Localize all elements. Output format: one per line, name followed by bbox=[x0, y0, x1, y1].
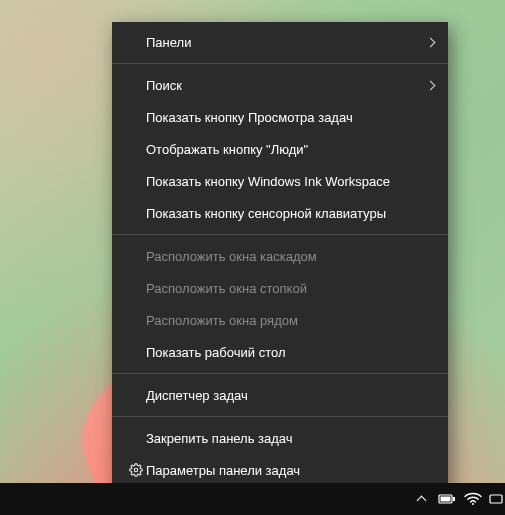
menu-label: Отображать кнопку "Люди" bbox=[146, 142, 418, 157]
menu-label: Расположить окна рядом bbox=[146, 313, 418, 328]
menu-label: Показать рабочий стол bbox=[146, 345, 418, 360]
menu-label: Расположить окна стопкой bbox=[146, 281, 418, 296]
svg-rect-3 bbox=[453, 497, 455, 501]
taskbar-context-menu: Панели Поиск Показать кнопку Просмотра з… bbox=[112, 22, 448, 492]
menu-item-show-ink-workspace[interactable]: Показать кнопку Windows Ink Workspace bbox=[112, 165, 448, 197]
menu-item-cascade-windows: Расположить окна каскадом bbox=[112, 240, 448, 272]
menu-item-show-task-view[interactable]: Показать кнопку Просмотра задач bbox=[112, 101, 448, 133]
menu-item-show-touch-keyboard[interactable]: Показать кнопку сенсорной клавиатуры bbox=[112, 197, 448, 229]
input-indicator-icon[interactable] bbox=[489, 489, 503, 509]
menu-item-show-people[interactable]: Отображать кнопку "Люди" bbox=[112, 133, 448, 165]
menu-item-search[interactable]: Поиск bbox=[112, 69, 448, 101]
menu-separator bbox=[112, 373, 448, 374]
menu-item-toolbars[interactable]: Панели bbox=[112, 26, 448, 58]
taskbar bbox=[0, 483, 505, 515]
menu-label: Панели bbox=[146, 35, 418, 50]
chevron-right-icon bbox=[418, 39, 434, 46]
battery-icon[interactable] bbox=[437, 489, 457, 509]
menu-item-stack-windows: Расположить окна стопкой bbox=[112, 272, 448, 304]
menu-label: Показать кнопку Просмотра задач bbox=[146, 110, 418, 125]
menu-separator bbox=[112, 234, 448, 235]
menu-item-side-by-side: Расположить окна рядом bbox=[112, 304, 448, 336]
wifi-icon[interactable] bbox=[463, 489, 483, 509]
menu-separator bbox=[112, 416, 448, 417]
svg-rect-5 bbox=[490, 495, 502, 503]
svg-point-0 bbox=[134, 468, 138, 472]
menu-item-taskbar-settings[interactable]: Параметры панели задач bbox=[112, 454, 448, 486]
menu-separator bbox=[112, 63, 448, 64]
menu-label: Диспетчер задач bbox=[146, 388, 418, 403]
chevron-right-icon bbox=[418, 82, 434, 89]
menu-item-lock-taskbar[interactable]: Закрепить панель задач bbox=[112, 422, 448, 454]
menu-label: Параметры панели задач bbox=[146, 463, 418, 478]
tray-overflow-icon[interactable] bbox=[411, 489, 431, 509]
menu-label: Показать кнопку сенсорной клавиатуры bbox=[146, 206, 418, 221]
svg-point-4 bbox=[472, 503, 474, 505]
svg-rect-2 bbox=[441, 497, 451, 502]
menu-item-task-manager[interactable]: Диспетчер задач bbox=[112, 379, 448, 411]
menu-item-show-desktop[interactable]: Показать рабочий стол bbox=[112, 336, 448, 368]
menu-label: Закрепить панель задач bbox=[146, 431, 418, 446]
menu-label: Расположить окна каскадом bbox=[146, 249, 418, 264]
menu-label: Показать кнопку Windows Ink Workspace bbox=[146, 174, 418, 189]
menu-label: Поиск bbox=[146, 78, 418, 93]
gear-icon bbox=[126, 463, 146, 477]
